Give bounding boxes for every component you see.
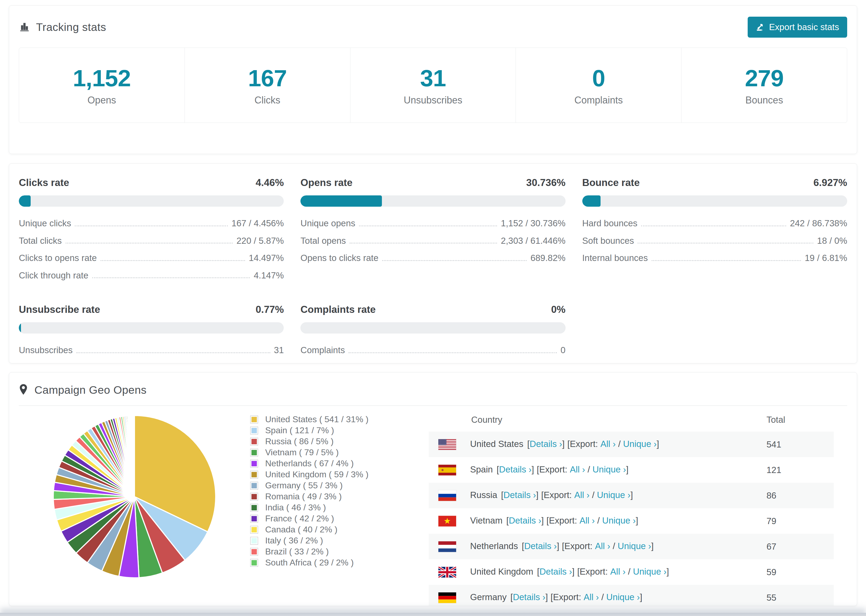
export-unique-link[interactable]: Unique ›	[633, 567, 666, 577]
legend-item[interactable]: Russia ( 86 / 5% )	[250, 436, 414, 447]
country-total: 55	[767, 585, 834, 606]
legend-item[interactable]: Germany ( 55 / 3% )	[250, 480, 414, 491]
legend-label: United States ( 541 / 31% )	[265, 415, 368, 424]
details-link[interactable]: Details ›	[504, 490, 536, 500]
country-flag-icon	[438, 490, 456, 501]
details-link[interactable]: Details ›	[499, 464, 532, 475]
country-name: Russia	[470, 490, 497, 500]
export-all-link[interactable]: All ›	[579, 515, 595, 525]
export-all-link[interactable]: All ›	[595, 541, 610, 551]
country-total: 86	[767, 483, 834, 508]
bottom-scroll-band[interactable]	[0, 613, 866, 616]
export-all-link[interactable]: All ›	[600, 439, 616, 449]
complaints-rate-block: Complaints rate 0% Complaints0	[301, 304, 565, 362]
country-name: Vietnam	[470, 515, 502, 525]
column-header-total: Total	[767, 408, 834, 432]
export-unique-link[interactable]: Unique ›	[602, 515, 636, 525]
legend-label: Romania ( 49 / 3% )	[265, 492, 342, 501]
rate-row: Hard bounces242 / 86.738%	[582, 218, 847, 229]
export-unique-link[interactable]: Unique ›	[592, 464, 626, 475]
rate-row: Total clicks220 / 5.87%	[19, 236, 284, 246]
rate-row: Unique opens1,152 / 30.736%	[301, 218, 565, 229]
clicks-rate-block: Clicks rate 4.46% Unique clicks167 / 4.4…	[19, 177, 284, 287]
country-flag-icon	[438, 567, 456, 578]
legend-swatch	[250, 415, 258, 424]
export-basic-stats-button[interactable]: Export basic stats	[748, 17, 847, 38]
export-unique-link[interactable]: Unique ›	[623, 439, 657, 449]
export-label: Export:	[553, 592, 581, 602]
unsubscribe-rate-block: Unsubscribe rate 0.77% Unsubscribes31	[19, 304, 284, 362]
country-name: United States	[470, 439, 523, 449]
rate-row: Complaints0	[301, 345, 565, 355]
legend-item[interactable]: Canada ( 40 / 2% )	[250, 524, 414, 535]
export-all-link[interactable]: All ›	[570, 464, 585, 475]
details-link[interactable]: Details ›	[529, 439, 562, 449]
legend-item[interactable]: South Africa ( 29 / 2% )	[250, 557, 414, 568]
country-flag-icon	[438, 439, 456, 450]
geo-section-title: Campaign Geo Opens	[35, 384, 146, 396]
legend-swatch	[250, 426, 258, 435]
legend-label: United Kingdom ( 59 / 3% )	[265, 470, 368, 479]
rate-row: Clicks to opens rate14.497%	[19, 253, 284, 263]
rate-row: Internal bounces19 / 6.81%	[582, 253, 847, 263]
legend-item[interactable]: France ( 42 / 2% )	[250, 513, 414, 524]
rate-value: 6.927%	[813, 177, 847, 189]
table-header-row: Country Total	[429, 408, 834, 432]
legend-label: Brazil ( 33 / 2% )	[265, 547, 329, 556]
legend-item[interactable]: India ( 46 / 3% )	[250, 502, 414, 513]
legend-item[interactable]: Romania ( 49 / 3% )	[250, 491, 414, 502]
legend-label: Germany ( 55 / 3% )	[265, 481, 343, 490]
legend-item[interactable]: United Kingdom ( 59 / 3% )	[250, 469, 414, 480]
export-all-link[interactable]: All ›	[610, 567, 625, 577]
rate-title: Clicks rate	[19, 177, 69, 189]
legend-swatch	[250, 548, 258, 556]
stats-summary-row: 1,152 Opens 167 Clicks 31 Unsubscribes 0…	[19, 47, 847, 123]
legend-item[interactable]: Spain ( 121 / 7% )	[250, 425, 414, 436]
export-all-link[interactable]: All ›	[584, 592, 599, 602]
divider	[19, 405, 847, 406]
slash-separator: /	[616, 439, 623, 449]
rate-row: Total opens2,303 / 61.446%	[301, 236, 565, 246]
country-name: Netherlands	[470, 541, 518, 551]
geo-pie-chart[interactable]	[49, 408, 220, 606]
rate-title: Complaints rate	[301, 304, 376, 315]
tracking-stats-page: Tracking stats Export basic stats 1,152 …	[0, 5, 866, 616]
legend-item[interactable]: Vietnam ( 79 / 5% )	[250, 447, 414, 458]
country-flag-icon	[438, 541, 456, 552]
details-link[interactable]: Details ›	[513, 592, 545, 602]
slash-separator: /	[610, 541, 618, 551]
legend-swatch	[250, 504, 258, 512]
slash-separator: /	[585, 464, 593, 475]
export-all-link[interactable]: All ›	[574, 490, 589, 500]
tracking-stats-card: Tracking stats Export basic stats 1,152 …	[9, 5, 857, 154]
legend-item[interactable]: Brazil ( 33 / 2% )	[250, 546, 414, 557]
rate-title: Opens rate	[301, 177, 352, 189]
progress-bar	[301, 195, 565, 207]
legend-swatch	[250, 449, 258, 457]
legend-item[interactable]: United States ( 541 / 31% )	[250, 414, 414, 425]
rate-row: Unique clicks167 / 4.456%	[19, 218, 284, 229]
export-unique-link[interactable]: Unique ›	[606, 592, 640, 602]
export-unique-link[interactable]: Unique ›	[597, 490, 631, 500]
bounce-rate-block: Bounce rate 6.927% Hard bounces242 / 86.…	[582, 177, 847, 287]
page-title: Tracking stats	[36, 21, 106, 34]
details-link[interactable]: Details ›	[509, 515, 542, 525]
details-link[interactable]: Details ›	[540, 567, 572, 577]
progress-bar	[582, 195, 847, 207]
legend-item[interactable]: Italy ( 36 / 2% )	[250, 535, 414, 546]
legend-swatch	[250, 482, 258, 490]
export-label: Export:	[570, 439, 598, 449]
legend-label: South Africa ( 29 / 2% )	[265, 558, 354, 567]
legend-label: Netherlands ( 67 / 4% )	[265, 459, 354, 468]
legend-item[interactable]: Netherlands ( 67 / 4% )	[250, 458, 414, 469]
export-unique-link[interactable]: Unique ›	[618, 541, 651, 551]
slash-separator: /	[625, 567, 633, 577]
progress-bar	[301, 322, 565, 333]
country-name: United Kingdom	[470, 567, 533, 577]
details-link[interactable]: Details ›	[524, 541, 557, 551]
column-header-country: Country	[429, 408, 767, 432]
table-row: United States[Details ›][Export: All › /…	[429, 432, 834, 457]
map-pin-icon	[19, 383, 28, 396]
export-label: Export:	[565, 541, 593, 551]
country-total: 79	[767, 508, 834, 534]
